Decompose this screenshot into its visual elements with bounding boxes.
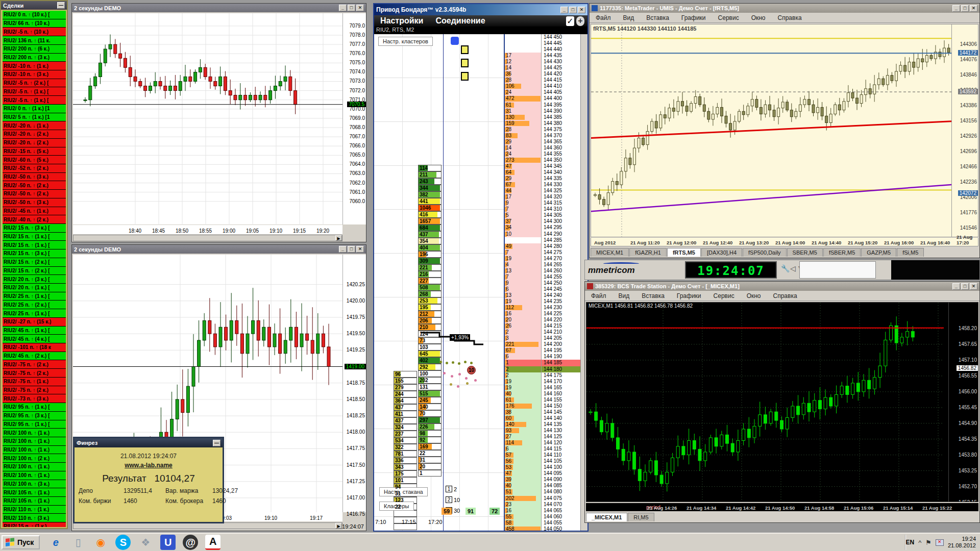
maximize-icon[interactable]: □ [961,283,969,290]
trade-row[interactable]: RIU2/ 15 п. ↑ (1 к.) [3,522,66,527]
ladder-row[interactable]: 24144 405 [505,89,580,95]
dom-settings-button[interactable]: Настр. стакана [379,487,428,496]
ladder-row[interactable]: 19144 165 [505,385,580,391]
plus-icon[interactable]: + [576,16,584,26]
ladder-row[interactable]: 6144 115 [505,446,580,452]
utrader-icon[interactable]: U [160,535,176,550]
trade-row[interactable]: RIU2/ 15 п. ↑ (1 к.) [ [3,233,66,241]
trade-row[interactable]: RIU2/ 105 п. ↑ (1 к.) [3,497,66,506]
trade-row[interactable]: RIU2/ 100 п. ↑ (1 к.) [3,429,66,437]
start-button[interactable]: Пуск [2,535,40,549]
ladder-row[interactable]: 64144 340 [505,169,580,176]
ladder-row[interactable]: 144 285 [505,237,580,243]
mt-titlebar[interactable]: 1177335: MetaTrader - UMIS - Демо Счет -… [590,4,979,13]
ladder-row[interactable]: 14144 360 [505,145,580,151]
trade-row[interactable]: RIU2/ 15 п. ↑ (2 к.) [ [3,267,66,276]
trade-row[interactable]: RIU2/ -73 п. ↑ (3 к.) [3,394,66,403]
menu-item[interactable]: Сервис [707,292,741,299]
ladder-row[interactable]: 6144 245 [505,286,580,292]
chart-tab[interactable]: RI,M5 [628,513,654,521]
trade-row[interactable]: RIU2/ 20 п. ↑ (3 к.) [ [3,275,66,284]
trade-row[interactable]: RIU2/ 15 п. ↑ (1 к.) [ [3,241,66,249]
trade-row[interactable]: RIU2/ -5 п. ↑ (10 к.) [3,28,66,36]
ladder-row[interactable]: 12144 430 [505,59,580,65]
trade-row[interactable]: RIU2/ 200 п. ↑ (3 к.) [3,54,66,62]
ladder-row[interactable]: 57144 110 [505,452,580,458]
ladder-row[interactable]: 16144 225 [505,311,580,317]
alab-icon[interactable]: A [205,535,220,550]
dom-ladder[interactable]: 144 450144 445144 44017144 43512144 4301… [504,34,580,531]
menu-item[interactable]: Окно [745,14,772,21]
ladder-row[interactable]: 6144 190 [505,354,580,360]
network-disconnected-icon[interactable] [936,539,944,546]
ladder-row[interactable]: 36144 420 [505,71,580,77]
maximize-icon[interactable]: □ [348,5,355,11]
trade-row[interactable]: RIU2/ -10 п. ↑ (3 к.) [3,70,66,79]
menu-item[interactable]: Вид [617,14,641,21]
ladder-row[interactable]: 19144 235 [505,298,580,305]
ladder-row[interactable]: 61144 395 [505,102,580,108]
triangle-left-icon[interactable]: ◁ [790,264,796,272]
trade-row[interactable]: RIU2/ 0 п. ↑ (1 к.) [1 [3,105,66,113]
bcs-chart[interactable]: MICEX,M1 1456.81 1456.82 1456.78 1456.82… [586,302,978,502]
ladder-row[interactable]: 51144 080 [505,489,580,495]
trade-row[interactable]: RIU2/ 110 п. ↑ (3 к.) [3,514,66,522]
trade-row[interactable]: RIU2/ -20 п. ↓ (1 к.) [3,121,66,130]
ladder-row[interactable]: 202144 075 [505,495,580,502]
trade-row[interactable]: RIU2/ 15 п. ↑ (3 к.) [ [3,224,66,233]
trade-row[interactable]: RIU2/ 25 п. ↑ (1 к.) [ [3,292,66,301]
ladder-row[interactable]: 28144 375 [505,127,580,133]
trade-row[interactable]: RIU2/ 45 п. ↑ (1 к.) [ [3,327,66,335]
trade-row[interactable]: RIU2/ 105 п. ↑ (1 к.) [3,488,66,497]
close-icon[interactable]: ✕ [356,246,364,253]
trade-row[interactable]: RIU2/ -75 п. ↑ (2 к.) [3,369,66,378]
chart-tab[interactable]: MICEX,M1 [591,248,629,257]
ladder-row[interactable]: 67144 330 [505,182,580,188]
ladder-row[interactable]: 61144 155 [505,397,580,403]
trade-row[interactable]: RIU2/ 25 п. ↑ (1 к.) [ [3,309,66,318]
keyboard-layout[interactable]: EN [906,539,915,546]
menu-item[interactable]: Вставка [640,14,675,21]
media-player-icon[interactable]: ◉ [93,535,108,550]
chart-tab[interactable]: [DAX30],H4 [701,248,742,257]
scroll-right-icon[interactable]: ▶ [335,235,342,241]
wrench-icon[interactable]: 🔧 [781,264,790,272]
checkbox-icon[interactable]: ✓ [566,16,574,26]
ladder-row[interactable]: 38144 145 [505,409,580,415]
maximize-icon[interactable]: □ [569,7,577,13]
trade-row[interactable]: RIU2/ 100 п. ↑ (1 к.) [3,446,66,455]
ladder-row[interactable]: 16144 065 [505,508,580,514]
menu-item[interactable]: Вставка [635,292,671,299]
trade-row[interactable]: RIU2/ 5 п. ↑ (1 к.) [1 [3,113,66,122]
shell-icon[interactable]: ❖ [138,535,153,550]
trade-row[interactable]: RIU2/ -52 п. ↑ (2 к.) [3,164,66,173]
ladder-row[interactable]: 144 440 [505,46,580,53]
ladder-row[interactable]: 5144 305 [505,212,580,218]
trade-row[interactable]: RIU2/ -50 п. ↑ (2 к.) [3,181,66,190]
ladder-row[interactable]: 176144 150 [505,403,580,409]
minimize-icon[interactable]: — [57,2,65,9]
mt-chart[interactable]: fRTS,M5 144120 144330 144110 144185 1443… [591,24,978,237]
ladder-row[interactable]: 83144 370 [505,133,580,139]
internet-explorer-icon[interactable]: e [48,535,63,550]
close-icon[interactable]: ✕ [578,7,585,13]
chart2-titlebar[interactable]: 2 секунды DEMO _□✕ [72,245,366,254]
trade-row[interactable]: RIU2/ -40 п. ↑ (2 к.) [3,215,66,224]
ladder-row[interactable]: 458144 050 [505,526,580,531]
ladder-row[interactable]: 7144 310 [505,206,580,212]
tray-clock[interactable]: 19:24 21.08.2012 [948,536,976,549]
ladder-row[interactable]: 9144 315 [505,200,580,206]
ladder-row[interactable]: 55144 060 [505,514,580,520]
ladder-row[interactable]: 17144 320 [505,194,580,200]
trade-row[interactable]: RIU2/ 15 п. ↑ (2 к.) [ [3,258,66,267]
ladder-row[interactable]: 14144 425 [505,65,580,71]
trade-row[interactable]: RIU2/ 100 п. ↑ (1 к.) [3,437,66,446]
ladder-row[interactable]: 221144 200 [505,341,580,347]
menu-item[interactable]: Графики [671,292,707,299]
ladder-row[interactable]: 17144 435 [505,53,580,59]
ladder-row[interactable]: 40144 160 [505,391,580,397]
ladder-row[interactable]: 93144 130 [505,428,580,434]
trade-row[interactable]: RIU2/ -27 п. ↑ (15 к.) [3,318,66,327]
bcs-titlebar[interactable]: 385329: BCS Trade Station - Демо Счет - … [585,282,979,291]
mt-chart-tabs[interactable]: MICEX,M1fGAZR,H1fRTS,M5[DAX30],H4fSP500,… [591,246,978,257]
